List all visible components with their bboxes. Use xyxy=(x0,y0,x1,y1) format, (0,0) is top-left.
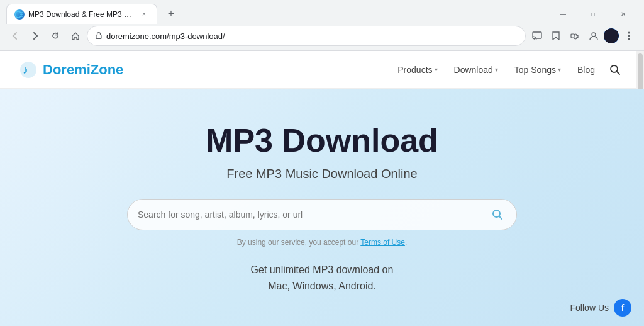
nav-top-songs-label: Top Songs xyxy=(514,65,556,75)
active-tab[interactable]: MP3 Download & Free MP3 Mus... × xyxy=(6,4,157,24)
tab-favicon xyxy=(14,9,25,20)
nav-blog[interactable]: Blog xyxy=(571,60,601,80)
svg-point-12 xyxy=(628,38,630,40)
nav-products-label: Products xyxy=(397,65,432,75)
bookmark-button[interactable] xyxy=(547,27,565,45)
hero-section: MP3 Download Free MP3 Music Download Onl… xyxy=(0,89,644,326)
scrollbar-thumb[interactable] xyxy=(638,53,643,91)
svg-point-9 xyxy=(592,33,596,37)
back-button[interactable] xyxy=(6,27,24,45)
new-tab-button[interactable]: + xyxy=(162,5,180,23)
website-content: ▶ ♪ DoremiZone Products ▾ Download ▾ Top… xyxy=(0,51,644,326)
top-songs-chevron-icon: ▾ xyxy=(558,66,561,73)
svg-point-10 xyxy=(628,32,630,34)
site-navigation: ♪ DoremiZone Products ▾ Download ▾ Top S… xyxy=(0,51,644,89)
nav-top-songs[interactable]: Top Songs ▾ xyxy=(508,60,567,80)
hero-subtitle: Free MP3 Music Download Online xyxy=(226,167,417,181)
browser-chrome: MP3 Download & Free MP3 Mus... × + — □ ✕… xyxy=(0,0,644,51)
logo-icon: ♪ xyxy=(19,60,38,79)
chrome-menu-button[interactable] xyxy=(620,27,638,45)
avatar-image xyxy=(604,28,619,43)
svg-marker-7 xyxy=(553,32,559,40)
download-chevron-icon: ▾ xyxy=(495,66,498,73)
svg-line-18 xyxy=(499,216,502,219)
svg-point-11 xyxy=(628,35,630,37)
svg-rect-8 xyxy=(571,34,574,38)
products-chevron-icon: ▾ xyxy=(435,66,438,73)
lock-icon xyxy=(95,31,103,41)
nav-links: Products ▾ Download ▾ Top Songs ▾ Blog xyxy=(391,60,625,80)
svg-point-6 xyxy=(532,40,533,40)
cast-button[interactable] xyxy=(528,27,546,45)
unlimited-line1: Get unlimited MP3 download on xyxy=(251,264,394,275)
nav-products[interactable]: Products ▾ xyxy=(391,60,443,80)
terms-period: . xyxy=(405,238,407,247)
avatar[interactable] xyxy=(604,28,619,43)
svg-rect-4 xyxy=(96,35,101,38)
nav-download-label: Download xyxy=(454,65,493,75)
terms-prefix: By using our service, you accept our xyxy=(237,238,361,247)
title-bar: MP3 Download & Free MP3 Mus... × + — □ ✕ xyxy=(0,0,644,23)
close-button[interactable]: ✕ xyxy=(609,5,638,23)
search-button[interactable] xyxy=(489,206,506,223)
forward-button[interactable] xyxy=(26,27,44,45)
hero-title: MP3 Download xyxy=(206,121,438,159)
tab-title: MP3 Download & Free MP3 Mus... xyxy=(28,10,135,19)
nav-blog-label: Blog xyxy=(577,65,595,75)
url-text: doremizone.com/mp3-download/ xyxy=(106,31,518,41)
search-input[interactable] xyxy=(138,210,489,220)
unlimited-line2: Mac, Windows, Android. xyxy=(268,281,376,291)
address-bar: doremizone.com/mp3-download/ xyxy=(0,23,644,50)
facebook-icon[interactable]: f xyxy=(614,299,631,317)
logo-text: DoremiZone xyxy=(43,62,123,78)
terms-of-use-link[interactable]: Terms of Use xyxy=(360,238,405,247)
reload-button[interactable] xyxy=(47,27,64,45)
tab-close-button[interactable]: × xyxy=(139,9,149,20)
window-controls: — □ ✕ xyxy=(548,5,638,23)
svg-text:♪: ♪ xyxy=(23,64,28,76)
follow-us: Follow Us f xyxy=(570,299,631,317)
nav-search-icon[interactable] xyxy=(605,60,625,80)
site-logo[interactable]: ♪ DoremiZone xyxy=(19,60,123,79)
minimize-button[interactable]: — xyxy=(548,5,577,23)
svg-rect-5 xyxy=(533,32,541,38)
maximize-button[interactable]: □ xyxy=(579,5,608,23)
search-bar[interactable] xyxy=(127,199,517,230)
terms-text: By using our service, you accept our Ter… xyxy=(237,238,408,247)
browser-actions xyxy=(528,27,638,45)
url-bar[interactable]: doremizone.com/mp3-download/ xyxy=(87,26,526,46)
svg-line-16 xyxy=(617,71,620,74)
profile-menu-button[interactable] xyxy=(585,27,602,45)
unlimited-text: Get unlimited MP3 download on Mac, Windo… xyxy=(251,262,394,294)
extensions-button[interactable] xyxy=(566,27,584,45)
nav-download[interactable]: Download ▾ xyxy=(448,60,504,80)
home-button[interactable] xyxy=(67,27,84,45)
follow-us-label: Follow Us xyxy=(570,303,609,313)
